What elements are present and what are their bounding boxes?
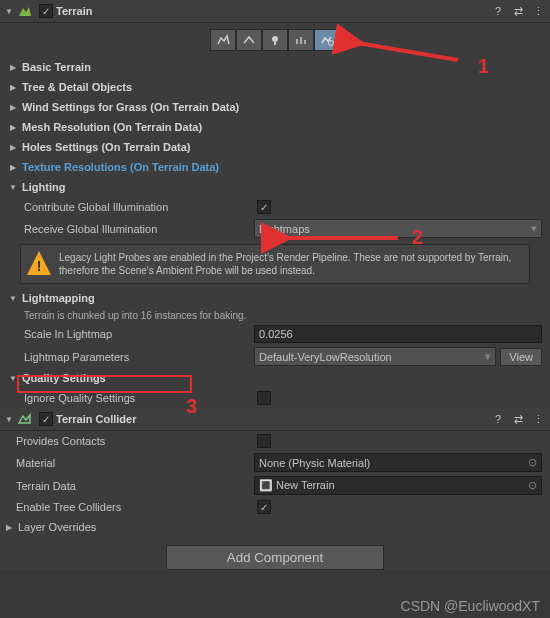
provides-contacts-checkbox[interactable]	[257, 434, 271, 448]
terrain-icon	[17, 3, 33, 19]
row-terrain-data: Terrain Data 🔳 New Terrain⊙	[0, 474, 550, 497]
preset-icon[interactable]: ⇄	[510, 3, 526, 19]
section-label: Lightmapping	[22, 292, 95, 304]
fold-icon	[4, 522, 14, 532]
label: Terrain Data	[16, 480, 254, 492]
terrain-header: Terrain ? ⇄ ⋮	[0, 0, 550, 23]
row-ignore-quality: Ignore Quality Settings	[0, 388, 550, 408]
label: Lightmap Parameters	[24, 351, 254, 363]
label: Provides Contacts	[16, 435, 254, 447]
row-provides-contacts: Provides Contacts	[0, 431, 550, 451]
ignore-quality-checkbox[interactable]	[257, 391, 271, 405]
section-layer-overrides[interactable]: Layer Overrides	[0, 517, 550, 537]
tool-paint-trees[interactable]	[262, 29, 288, 51]
enable-tree-checkbox[interactable]	[257, 500, 271, 514]
tool-paint-holes[interactable]	[236, 29, 262, 51]
label: Material	[16, 457, 254, 469]
object-picker-icon[interactable]: ⊙	[528, 479, 537, 492]
fold-icon	[8, 62, 18, 72]
lightmap-params-dropdown[interactable]: Default-VeryLowResolution	[254, 347, 496, 366]
contribute-gi-checkbox[interactable]	[257, 200, 271, 214]
section-label: Mesh Resolution (On Terrain Data)	[22, 121, 202, 133]
section-basic-terrain[interactable]: Basic Terrain	[0, 57, 550, 77]
row-material: Material None (Physic Material)⊙	[0, 451, 550, 474]
section-label: Wind Settings for Grass (On Terrain Data…	[22, 101, 239, 113]
section-label: Holes Settings (On Terrain Data)	[22, 141, 191, 153]
section-quality-settings[interactable]: Quality Settings	[0, 368, 550, 388]
fold-icon	[8, 102, 18, 112]
add-component-button[interactable]: Add Component	[166, 545, 384, 570]
terrain-collider-icon	[17, 411, 33, 427]
fold-icon	[8, 182, 18, 192]
row-scale-lightmap: Scale In Lightmap	[0, 323, 550, 345]
terrain-title: Terrain	[56, 5, 490, 17]
preset-icon[interactable]: ⇄	[510, 411, 526, 427]
row-enable-tree-colliders: Enable Tree Colliders	[0, 497, 550, 517]
chunk-note: Terrain is chunked up into 16 instances …	[0, 308, 550, 323]
section-label: Quality Settings	[22, 372, 106, 384]
fold-icon	[8, 162, 18, 172]
section-lightmapping[interactable]: Lightmapping	[0, 288, 550, 308]
terrain-data-field[interactable]: 🔳 New Terrain⊙	[254, 476, 542, 495]
warning-icon: !	[27, 251, 51, 275]
material-field[interactable]: None (Physic Material)⊙	[254, 453, 542, 472]
label: Contribute Global Illumination	[24, 201, 254, 213]
section-label: Basic Terrain	[22, 61, 91, 73]
scale-lightmap-input[interactable]	[254, 325, 542, 343]
fold-icon	[8, 293, 18, 303]
warning-box: ! Legacy Light Probes are enabled in the…	[20, 244, 530, 284]
menu-icon[interactable]: ⋮	[530, 411, 546, 427]
tool-paint-details[interactable]	[288, 29, 314, 51]
fold-icon	[8, 82, 18, 92]
fold-icon	[8, 142, 18, 152]
tool-settings[interactable]	[314, 29, 340, 51]
section-label: Layer Overrides	[18, 521, 96, 533]
label: Receive Global Illumination	[24, 223, 254, 235]
tool-raise-lower[interactable]	[210, 29, 236, 51]
section-wind-settings[interactable]: Wind Settings for Grass (On Terrain Data…	[0, 97, 550, 117]
label: Ignore Quality Settings	[24, 392, 254, 404]
section-label: Tree & Detail Objects	[22, 81, 132, 93]
receive-gi-dropdown[interactable]: Lightmaps	[254, 219, 542, 238]
fold-icon	[8, 373, 18, 383]
view-button[interactable]: View	[500, 348, 542, 366]
row-contribute-gi: Contribute Global Illumination	[0, 197, 550, 217]
menu-icon[interactable]: ⋮	[530, 3, 546, 19]
fold-icon[interactable]	[4, 414, 14, 424]
watermark: CSDN @EucliwoodXT	[401, 598, 540, 614]
help-icon[interactable]: ?	[490, 3, 506, 19]
fold-icon[interactable]	[4, 6, 14, 16]
section-label: Lighting	[22, 181, 65, 193]
object-picker-icon[interactable]: ⊙	[528, 456, 537, 469]
collider-title: Terrain Collider	[56, 413, 490, 425]
section-label: Texture Resolutions (On Terrain Data)	[22, 161, 219, 173]
fold-icon	[8, 122, 18, 132]
warning-text: Legacy Light Probes are enabled in the P…	[59, 251, 523, 277]
collider-enable-checkbox[interactable]	[39, 412, 53, 426]
row-receive-gi: Receive Global Illumination Lightmaps	[0, 217, 550, 240]
terrain-collider-header: Terrain Collider ? ⇄ ⋮	[0, 408, 550, 431]
section-tree-detail[interactable]: Tree & Detail Objects	[0, 77, 550, 97]
label: Enable Tree Colliders	[16, 501, 254, 513]
section-mesh-resolution[interactable]: Mesh Resolution (On Terrain Data)	[0, 117, 550, 137]
svg-rect-1	[274, 41, 276, 45]
terrain-enable-checkbox[interactable]	[39, 4, 53, 18]
svg-point-2	[329, 41, 334, 46]
row-lightmap-params: Lightmap Parameters Default-VeryLowResol…	[0, 345, 550, 368]
label: Scale In Lightmap	[24, 328, 254, 340]
help-icon[interactable]: ?	[490, 411, 506, 427]
section-lighting[interactable]: Lighting	[0, 177, 550, 197]
section-texture-resolutions[interactable]: Texture Resolutions (On Terrain Data)	[0, 157, 550, 177]
terrain-toolbar	[0, 23, 550, 57]
section-holes-settings[interactable]: Holes Settings (On Terrain Data)	[0, 137, 550, 157]
